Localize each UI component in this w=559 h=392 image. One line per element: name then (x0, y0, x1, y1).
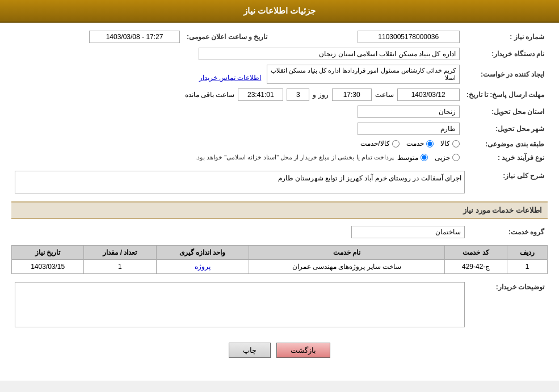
org-name-cell: اداره کل بنیاد مسکن انقلاب اسلامی استان … (11, 45, 463, 62)
category-kala-khedmat: کالا/خدمت (360, 140, 399, 147)
announcement-date: 1403/03/08 - 17:27 (11, 28, 183, 45)
radio-jozii-label: جزیی (435, 154, 450, 162)
need-number-label: شماره نیاز : (463, 28, 548, 45)
service-group-table: گروه خدمت: ساختمان (11, 224, 548, 241)
radio-khedmat-label: خدمت (406, 140, 424, 147)
buyer-notes-label: توضیحات خریدار: (468, 280, 548, 331)
cell-service-code: ج-42-429 (445, 259, 507, 273)
services-section-title: اطلاعات خدمات مورد نیاز (11, 201, 548, 219)
button-row: بازگشت چاپ (11, 343, 548, 369)
deadline-date-input: 1403/03/12 (397, 88, 460, 101)
category-khedmat: خدمت (406, 140, 434, 147)
deadline-cell: 1403/03/12 ساعت 17:30 روز و 3 23:41:01 س… (11, 86, 463, 103)
cell-row-num: 1 (507, 259, 547, 273)
announcement-label: تاریخ و ساعت اعلان عمومی: (183, 28, 271, 45)
general-desc-input: اجرای آسفالت در روستای خرم آباد کهریز از… (15, 171, 465, 193)
radio-jozii[interactable] (452, 154, 460, 161)
col-quantity: تعداد / مقدار (84, 245, 156, 259)
service-group-input: ساختمان (351, 226, 465, 238)
city-input: طارم (358, 123, 460, 135)
deadline-label: مهلت ارسال پاسخ: تا تاریخ: (463, 86, 548, 103)
notes-table: توضیحات خریدار: (11, 280, 548, 331)
creator-label: ایجاد کننده در خواست: (463, 62, 548, 86)
cell-service-name: ساخت سایر پروژه‌های مهندسی عمران (249, 259, 445, 273)
main-content: شماره نیاز : 1103005178000036 تاریخ و سا… (0, 23, 559, 381)
radio-motovaset-label: متوسط (397, 154, 418, 162)
general-desc-text: اجرای آسفالت در روستای خرم آباد کهریز از… (278, 174, 461, 182)
services-grid: ردیف کد خدمت نام خدمت واحد اندازه گیری ت… (11, 245, 548, 274)
city-cell: طارم (11, 120, 463, 137)
general-desc-cell: اجرای آسفالت در روستای خرم آباد کهریز از… (11, 168, 468, 196)
page-title: جزئیات اطلاعات نیاز (243, 6, 316, 15)
col-unit: واحد اندازه گیری (156, 245, 249, 259)
col-row-num: ردیف (507, 245, 547, 259)
category-radio-group: کالا خدمت کالا/خدمت (360, 140, 459, 147)
category-cell: کالا خدمت کالا/خدمت (11, 137, 463, 151)
purchase-type-cell: جزیی متوسط پرداخت تمام یا بخشی از مبلغ خ… (11, 151, 463, 164)
cell-need-date: 1403/03/15 (12, 259, 84, 273)
radio-kala-khedmat-label: کالا/خدمت (360, 140, 389, 147)
print-button[interactable]: چاپ (229, 343, 271, 358)
radio-kala-khedmat[interactable] (392, 140, 400, 147)
need-number-input: 1103005178000036 (358, 31, 460, 43)
radio-kala-label: کالا (440, 140, 450, 147)
need-number-value: 1103005178000036 (271, 28, 463, 45)
purchase-radio-group: جزیی متوسط (397, 154, 460, 162)
province-cell: زنجان (11, 103, 463, 120)
col-service-code: کد خدمت (445, 245, 507, 259)
purchase-jozii: جزیی (435, 154, 460, 162)
cell-unit: پروژه (156, 259, 249, 273)
service-group-cell: ساختمان (11, 224, 468, 241)
creator-name-input: کریم خدائی کارشناس مسئول امور قراردادها … (267, 65, 460, 84)
buyer-notes-cell (11, 280, 468, 331)
col-service-name: نام خدمت (249, 245, 445, 259)
deadline-days-label: روز و (313, 91, 328, 99)
radio-kala[interactable] (452, 140, 460, 147)
deadline-time-label: ساعت (375, 91, 394, 99)
org-name-label: نام دستگاه خریدار: (463, 45, 548, 62)
city-label: شهر محل تحویل: (463, 120, 548, 137)
purchase-note: پرداخت تمام یا بخشی از مبلغ خریدار از مح… (195, 154, 394, 161)
province-label: استان محل تحویل: (463, 103, 548, 120)
creator-cell: کریم خدائی کارشناس مسئول امور قراردادها … (11, 62, 463, 86)
deadline-remaining-label: ساعت باقی مانده (185, 91, 235, 99)
radio-khedmat[interactable] (426, 140, 434, 147)
province-input: زنجان (358, 106, 460, 118)
info-table: شماره نیاز : 1103005178000036 تاریخ و سا… (11, 28, 548, 164)
category-kala: کالا (440, 140, 460, 147)
creator-contact-link[interactable]: اطلاعات تماس خریدار (199, 74, 262, 82)
table-row: 1 ج-42-429 ساخت سایر پروژه‌های مهندسی عم… (12, 259, 548, 273)
deadline-time-input: 17:30 (332, 88, 372, 101)
org-name-input: اداره کل بنیاد مسکن انقلاب اسلامی استان … (199, 48, 460, 60)
description-table: شرح کلی نیاز: اجرای آسفالت در روستای خرم… (11, 168, 548, 196)
col-need-date: تاریخ نیاز (12, 245, 84, 259)
purchase-type-label: نوع فرآیند خرید : (463, 151, 548, 164)
deadline-remaining-input: 23:41:01 (238, 88, 283, 101)
back-button[interactable]: بازگشت (276, 343, 330, 358)
page-wrapper: جزئیات اطلاعات نیاز شماره نیاز : 1103005… (0, 0, 559, 381)
service-group-label: گروه خدمت: (468, 224, 548, 241)
deadline-days-input: 3 (287, 88, 309, 101)
general-desc-label: شرح کلی نیاز: (468, 168, 548, 196)
cell-quantity: 1 (84, 259, 156, 273)
buyer-notes-textarea[interactable] (15, 282, 465, 327)
radio-motovaset[interactable] (421, 154, 428, 161)
purchase-motovaset: متوسط (397, 154, 428, 162)
page-header: جزئیات اطلاعات نیاز (0, 0, 559, 23)
category-label: طبقه بندی موضوعی: (463, 137, 548, 151)
announcement-date-input: 1403/03/08 - 17:27 (89, 31, 180, 43)
